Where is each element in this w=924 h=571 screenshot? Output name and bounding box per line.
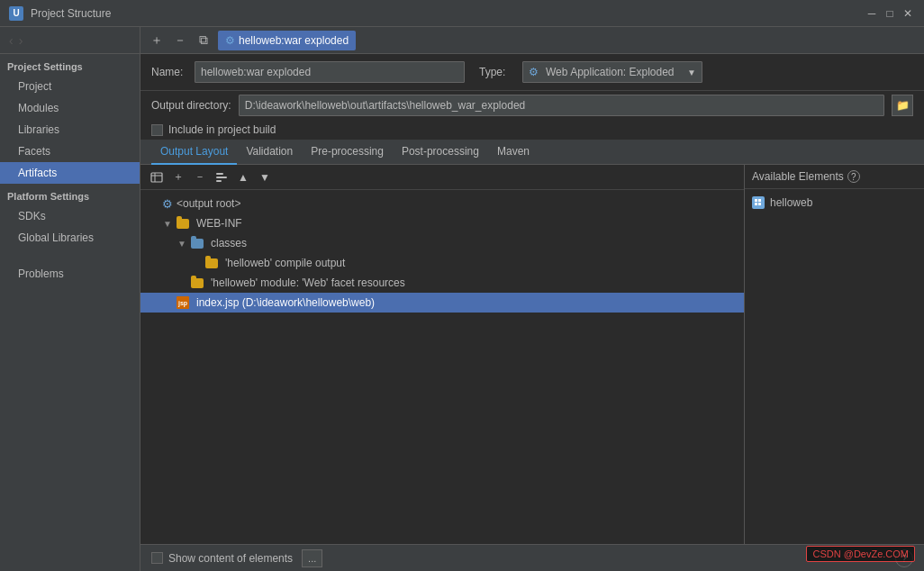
tree-item-facet-resources[interactable]: 'helloweb' module: 'Web' facet resources [140,273,744,293]
svg-rect-7 [758,199,761,202]
available-elements-panel: Available Elements ? hell [744,165,924,544]
arrow-icon: ▼ [177,239,187,249]
available-elements-header: Available Elements ? [745,165,924,189]
output-dir-label: Output directory: [151,99,231,112]
folder-icon [177,219,189,229]
app-icon: U [9,6,23,21]
output-tree-panel: ＋ － ▲ ▼ [140,165,744,544]
remove-button[interactable]: － [191,169,209,186]
type-dropdown[interactable]: ⚙ Web Application: Exploded ▼ [522,61,702,83]
sidebar-item-artifacts[interactable]: Artifacts [0,162,140,184]
svg-rect-5 [216,180,222,182]
dropdown-arrow-icon: ▼ [687,68,696,77]
name-label: Name: [151,66,187,78]
include-in-build-checkbox[interactable] [151,124,163,136]
show-content-checkbox[interactable] [151,552,163,564]
available-content: helloweb [745,189,924,216]
properties-button[interactable] [213,169,231,186]
maximize-button[interactable]: □ [883,6,897,21]
window-controls: ─ □ ✕ [865,6,915,21]
folder-orange-icon [191,278,204,288]
platform-settings-heading: Platform Settings [0,184,140,205]
forward-button[interactable]: › [17,33,25,48]
tree-content: ⚙ <output root> ▼ WEB-INF ▼ classes [140,190,744,316]
output-area: ＋ － ▲ ▼ [140,165,924,544]
tab-post-processing[interactable]: Post-processing [393,140,488,165]
svg-rect-4 [216,177,227,178]
sidebar: ‹ › Project Settings Project Modules Lib… [0,27,140,571]
window-title: Project Structure [31,7,111,20]
more-button[interactable]: ... [302,549,322,567]
create-archive-button[interactable] [148,169,166,186]
tree-item-index-jsp[interactable]: jsp index.jsp (D:\ideawork\helloweb\web) [140,293,744,313]
folder-blue-icon [191,239,204,249]
add-button[interactable]: ＋ [169,169,187,186]
sidebar-item-project[interactable]: Project [0,76,140,97]
show-content-label: Show content of elements [168,552,293,565]
nav-arrows: ‹ › [7,33,24,48]
title-bar: U Project Structure ─ □ ✕ [0,0,924,27]
project-settings-heading: Project Settings [0,54,140,76]
available-help-icon[interactable]: ? [847,170,860,183]
tree-item-webinf[interactable]: ▼ WEB-INF [140,213,744,233]
folder-orange-icon [205,258,218,268]
svg-rect-3 [216,173,223,175]
sidebar-item-global-libraries[interactable]: Global Libraries [0,227,140,249]
sidebar-item-libraries[interactable]: Libraries [0,119,140,140]
tab-maven[interactable]: Maven [488,140,539,165]
show-content-row: Show content of elements ... [151,549,888,567]
tab-pre-processing[interactable]: Pre-processing [302,140,393,165]
tab-output-layout[interactable]: Output Layout [151,140,237,165]
gear-icon: ⚙ [162,197,173,211]
name-type-row: Name: Type: ⚙ Web Application: Exploded … [140,54,924,91]
content-area: ＋ － ⧉ ⚙ helloweb:war exploded Name: Type… [140,27,924,571]
output-dir-input[interactable] [239,95,884,116]
artifact-tab[interactable]: ⚙ helloweb:war exploded [218,31,356,50]
svg-rect-6 [755,199,757,202]
close-button[interactable]: ✕ [901,6,915,21]
svg-rect-9 [758,203,761,205]
minimize-button[interactable]: ─ [865,6,879,21]
output-dir-row: Output directory: 📁 [140,91,924,120]
browse-folder-button[interactable]: 📁 [892,95,913,116]
tree-toolbar: ＋ － ▲ ▼ [140,165,744,190]
sidebar-item-facets[interactable]: Facets [0,140,140,162]
arrow-icon: ▼ [162,219,173,229]
remove-artifact-button[interactable]: － [171,32,189,50]
sidebar-item-modules[interactable]: Modules [0,97,140,119]
sidebar-item-problems[interactable]: Problems [0,263,140,285]
back-button[interactable]: ‹ [7,33,15,48]
include-in-build-row: Include in project build [140,120,924,140]
move-up-button[interactable]: ▲ [234,169,252,186]
artifact-toolbar: ＋ － ⧉ ⚙ helloweb:war exploded [140,27,924,54]
sidebar-toolbar: ‹ › [0,27,140,54]
svg-rect-0 [151,173,162,182]
main-layout: ‹ › Project Settings Project Modules Lib… [0,27,924,571]
copy-artifact-button[interactable]: ⧉ [195,32,213,50]
tree-item-compile-output[interactable]: 'helloweb' compile output [140,253,744,273]
tab-validation[interactable]: Validation [237,140,302,165]
module-icon [752,196,765,209]
jsp-icon: jsp [177,296,189,309]
tree-item-output-root[interactable]: ⚙ <output root> [140,194,744,213]
watermark: CSDN @DevZe.COM [806,546,915,562]
move-down-button[interactable]: ▼ [256,169,274,186]
name-input[interactable] [195,61,465,83]
type-label: Type: [479,66,515,78]
svg-rect-8 [755,203,757,205]
include-in-build-label: Include in project build [168,123,276,136]
add-artifact-button[interactable]: ＋ [148,32,166,50]
sidebar-item-sdks[interactable]: SDKs [0,205,140,227]
tabs-row: Output Layout Validation Pre-processing … [140,140,924,165]
available-item-helloweb[interactable]: helloweb [752,193,917,213]
tree-item-classes[interactable]: ▼ classes [140,233,744,253]
